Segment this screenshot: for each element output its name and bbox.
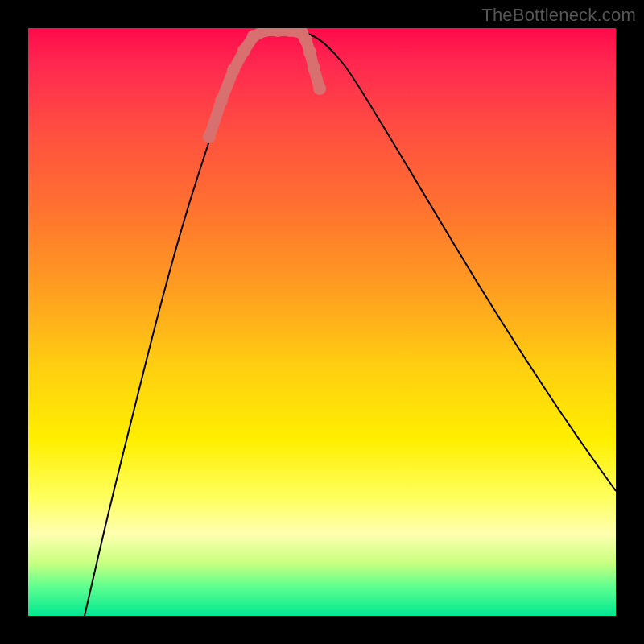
highlight-point <box>215 94 228 107</box>
highlight-point <box>299 34 312 47</box>
plot-area <box>28 28 616 616</box>
bottleneck-curve-path <box>85 30 616 616</box>
marker-layer <box>203 28 326 143</box>
watermark-text: TheBottleneck.com <box>481 5 636 26</box>
highlight-point <box>237 44 250 57</box>
curve-layer <box>85 30 616 616</box>
highlight-point <box>247 30 260 43</box>
highlight-stroke <box>209 31 320 137</box>
chart-svg <box>28 28 616 616</box>
highlight-point <box>308 62 320 75</box>
chart-container: TheBottleneck.com <box>0 0 644 644</box>
highlight-point <box>313 82 326 95</box>
highlight-point <box>203 130 216 143</box>
highlight-point <box>303 46 316 59</box>
highlight-point <box>227 64 240 76</box>
